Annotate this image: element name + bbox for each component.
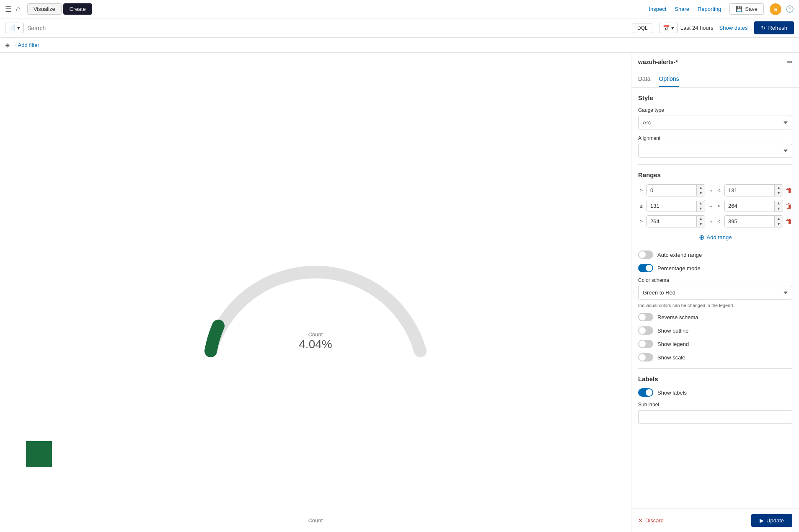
auto-extend-row: Auto extend range bbox=[638, 251, 792, 259]
range-row-2: ≥ ▲ ▼ → < ▲ ▼ bbox=[638, 200, 792, 212]
gte-symbol-2: ≥ bbox=[638, 203, 644, 209]
add-range-link[interactable]: ⊕ Add range bbox=[638, 231, 792, 244]
filter-icon[interactable]: ⊕ bbox=[5, 42, 10, 49]
top-nav: ☰ ⌂ Visualize Create Inspect Share Repor… bbox=[0, 0, 799, 18]
gauge-container: Count 4.04% bbox=[169, 209, 462, 376]
color-schema-note: Individual colors can be changed in the … bbox=[638, 303, 792, 308]
range-to-down-1[interactable]: ▼ bbox=[775, 191, 783, 196]
show-dates-link[interactable]: Show dates bbox=[719, 25, 748, 31]
range-to-3: ▲ ▼ bbox=[724, 215, 783, 227]
refresh-button[interactable]: ↻ Refresh bbox=[754, 21, 794, 34]
range-delete-1[interactable]: 🗑 bbox=[786, 187, 792, 194]
outline-knob bbox=[639, 327, 646, 334]
gauge-type-select[interactable]: Arc bbox=[638, 116, 792, 129]
hamburger-icon[interactable]: ☰ bbox=[5, 5, 12, 14]
show-labels-label: Show labels bbox=[657, 390, 687, 396]
update-button[interactable]: ▶ Update bbox=[751, 514, 792, 527]
range-delete-3[interactable]: 🗑 bbox=[786, 218, 792, 225]
update-icon: ▶ bbox=[760, 517, 764, 524]
tab-options[interactable]: Options bbox=[659, 71, 679, 87]
show-outline-label: Show outline bbox=[657, 328, 688, 334]
range-up-1[interactable]: ▲ bbox=[697, 185, 705, 191]
create-button[interactable]: Create bbox=[63, 3, 92, 15]
range-down-1[interactable]: ▼ bbox=[697, 191, 705, 196]
range-spinners-1: ▲ ▼ bbox=[696, 185, 705, 196]
range-up-3[interactable]: ▲ bbox=[697, 216, 705, 222]
sub-label-input[interactable] bbox=[638, 410, 792, 424]
panel-expand-icon[interactable]: ⇒ bbox=[787, 58, 792, 66]
range-to-1: ▲ ▼ bbox=[724, 184, 783, 196]
alignment-label: Alignment bbox=[638, 135, 792, 141]
auto-extend-toggle[interactable] bbox=[638, 251, 653, 259]
tab-data[interactable]: Data bbox=[638, 71, 651, 87]
reverse-schema-toggle[interactable] bbox=[638, 313, 653, 321]
range-to-input-1[interactable] bbox=[725, 185, 774, 196]
ranges-section: Ranges ≥ ▲ ▼ → < bbox=[638, 171, 792, 244]
add-filter-link[interactable]: + Add filter bbox=[13, 42, 39, 48]
show-labels-row: Show labels bbox=[638, 388, 792, 397]
show-outline-toggle[interactable] bbox=[638, 326, 653, 335]
show-legend-toggle[interactable] bbox=[638, 340, 653, 348]
search-input[interactable] bbox=[27, 25, 629, 31]
alignment-select[interactable]: Left Center Right bbox=[638, 144, 792, 158]
calendar-icon: 📅 bbox=[663, 25, 670, 31]
reporting-link[interactable]: Reporting bbox=[698, 6, 721, 12]
panel-resize-handle[interactable]: ⋮⋮ bbox=[631, 53, 633, 532]
save-button[interactable]: 💾 Save bbox=[729, 3, 764, 15]
percentage-row: Percentage mode bbox=[638, 264, 792, 272]
resize-dots-icon: ⋮⋮ bbox=[631, 290, 636, 295]
color-schema-select[interactable]: Green to Red bbox=[638, 286, 792, 300]
inspect-link[interactable]: Inspect bbox=[649, 6, 666, 12]
visualize-button[interactable]: Visualize bbox=[27, 3, 62, 15]
legend-knob bbox=[639, 341, 646, 347]
reverse-knob bbox=[639, 314, 646, 320]
range-arrow-3: → bbox=[708, 218, 714, 225]
range-to-down-2[interactable]: ▼ bbox=[775, 206, 783, 212]
discard-button[interactable]: ✕ Discard bbox=[638, 517, 664, 524]
calendar-button[interactable]: 📅 ▾ bbox=[659, 23, 678, 33]
discard-icon: ✕ bbox=[638, 517, 643, 524]
date-range-text: Last 24 hours bbox=[680, 25, 714, 31]
toggle-knob bbox=[639, 251, 646, 258]
style-section-title: Style bbox=[638, 94, 792, 101]
show-labels-toggle[interactable] bbox=[638, 388, 653, 397]
range-up-2[interactable]: ▲ bbox=[697, 201, 705, 206]
range-to-up-2[interactable]: ▲ bbox=[775, 201, 783, 206]
range-from-input-1[interactable] bbox=[647, 185, 696, 196]
range-from-input-3[interactable] bbox=[647, 216, 696, 227]
filter-bar: ⊕ + Add filter bbox=[0, 38, 799, 53]
labels-knob bbox=[646, 389, 652, 396]
clock-icon: 🕐 bbox=[786, 5, 794, 13]
percentage-label: Percentage mode bbox=[657, 265, 701, 271]
range-to-up-3[interactable]: ▲ bbox=[775, 216, 783, 222]
index-icon: 📄 bbox=[9, 25, 16, 31]
index-selector[interactable]: 📄 ▾ bbox=[5, 23, 24, 33]
range-down-2[interactable]: ▼ bbox=[697, 206, 705, 212]
range-to-spinners-2: ▲ ▼ bbox=[774, 201, 783, 212]
range-to-input-2[interactable] bbox=[725, 200, 774, 212]
range-to-up-1[interactable]: ▲ bbox=[775, 185, 783, 191]
calendar-chevron: ▾ bbox=[671, 25, 674, 31]
panel-content: Style Gauge type Arc Alignment Left Cent… bbox=[631, 88, 799, 509]
scale-knob bbox=[639, 354, 646, 361]
reverse-schema-row: Reverse schema bbox=[638, 313, 792, 321]
range-to-spinners-1: ▲ ▼ bbox=[774, 185, 783, 196]
range-to-input-3[interactable] bbox=[725, 216, 774, 227]
percentage-toggle[interactable] bbox=[638, 264, 653, 272]
show-scale-toggle[interactable] bbox=[638, 353, 653, 362]
share-link[interactable]: Share bbox=[675, 6, 689, 12]
dql-button[interactable]: DQL bbox=[633, 23, 652, 33]
gte-symbol-1: ≥ bbox=[638, 187, 644, 194]
range-spinners-2: ▲ ▼ bbox=[696, 201, 705, 212]
range-to-2: ▲ ▼ bbox=[724, 200, 783, 212]
range-from-input-2[interactable] bbox=[647, 200, 696, 212]
range-down-3[interactable]: ▼ bbox=[697, 222, 705, 227]
range-to-down-3[interactable]: ▼ bbox=[775, 222, 783, 227]
gauge-type-label: Gauge type bbox=[638, 107, 792, 113]
viz-bottom-label: Count bbox=[308, 517, 323, 524]
home-icon[interactable]: ⌂ bbox=[16, 5, 21, 13]
avatar[interactable]: a bbox=[770, 3, 781, 15]
range-delete-2[interactable]: 🗑 bbox=[786, 202, 792, 210]
gauge-value: 4.04% bbox=[299, 338, 332, 351]
date-range-wrap: 📅 ▾ Last 24 hours Show dates bbox=[659, 23, 748, 33]
